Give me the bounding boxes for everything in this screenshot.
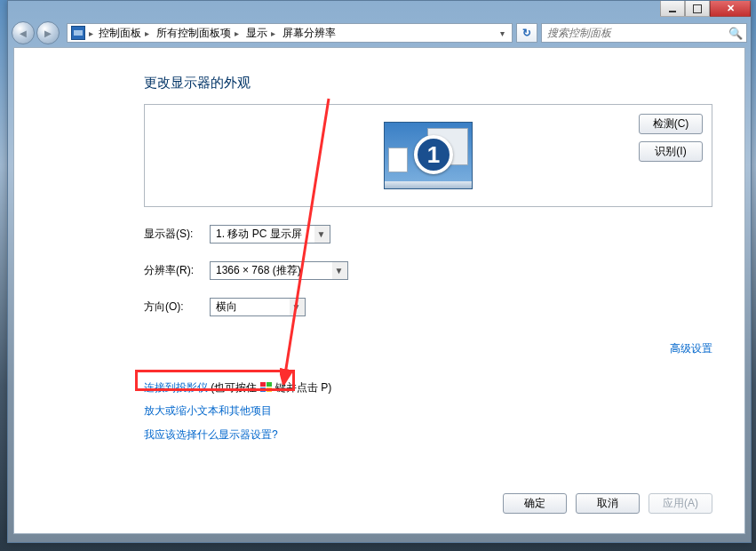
chevron-down-icon: ▼ — [290, 302, 303, 312]
display-label: 显示器(S): — [144, 227, 210, 242]
orientation-select[interactable]: 横向 ▼ — [210, 298, 306, 316]
projector-hint: (也可按住 — [211, 381, 259, 394]
breadcrumb-item[interactable]: 控制面板▸ — [97, 26, 153, 41]
back-button[interactable]: ◄ — [12, 21, 35, 44]
address-bar[interactable]: ▸ 控制面板▸ 所有控制面板项▸ 显示▸ 屏幕分辨率 ▾ — [67, 23, 513, 43]
search-box[interactable]: 🔍 — [541, 23, 747, 43]
projector-hint-tail: 键并点击 P) — [275, 381, 331, 394]
text-size-link[interactable]: 放大或缩小文本和其他项目 — [144, 404, 272, 417]
ok-button[interactable]: 确定 — [503, 493, 567, 514]
display-select-value: 1. 移动 PC 显示屏 — [216, 227, 302, 242]
projector-link[interactable]: 连接到投影仪 — [144, 381, 208, 394]
search-input[interactable] — [545, 26, 728, 40]
breadcrumb-item[interactable]: 屏幕分辨率 — [281, 26, 338, 41]
monitor-preview[interactable]: 1 — [384, 122, 473, 189]
which-settings-link[interactable]: 我应该选择什么显示器设置? — [144, 428, 278, 441]
chevron-down-icon: ▼ — [332, 266, 346, 276]
display-select[interactable]: 1. 移动 PC 显示屏 ▼ — [210, 225, 330, 244]
window-frame: ◄ ► ▸ 控制面板▸ 所有控制面板项▸ 显示▸ 屏幕分辨率 ▾ ↻ 🔍 更改显… — [7, 0, 752, 543]
detect-button[interactable]: 检测(C) — [639, 114, 703, 134]
orientation-select-value: 横向 — [216, 299, 237, 315]
cancel-button[interactable]: 取消 — [576, 493, 640, 514]
orientation-label: 方向(O): — [144, 299, 210, 315]
control-panel-icon — [71, 26, 85, 40]
apply-button: 应用(A) — [649, 493, 712, 514]
breadcrumb-item[interactable]: 所有控制面板项▸ — [155, 26, 243, 41]
page-title: 更改显示器的外观 — [144, 75, 712, 92]
address-dropdown[interactable]: ▾ — [497, 28, 508, 38]
minimize-button[interactable] — [660, 1, 685, 17]
titlebar[interactable] — [8, 1, 751, 19]
resolution-select[interactable]: 1366 × 768 (推荐) ▼ — [210, 261, 348, 280]
help-links: 连接到投影仪 (也可按住 键并点击 P) 放大或缩小文本和其他项目 我应该选择什… — [144, 376, 712, 446]
refresh-button[interactable]: ↻ — [516, 23, 537, 43]
chevron-down-icon: ▼ — [314, 229, 328, 239]
identify-button[interactable]: 识别(I) — [639, 141, 703, 162]
monitor-number-badge: 1 — [414, 135, 453, 174]
resolution-select-value: 1366 × 768 (推荐) — [216, 263, 301, 278]
maximize-button[interactable] — [685, 1, 710, 17]
advanced-settings-link[interactable]: 高级设置 — [144, 341, 712, 356]
close-button[interactable] — [710, 1, 751, 17]
breadcrumb-root-arrow[interactable]: ▸ — [87, 28, 95, 38]
client-area: 更改显示器的外观 1 检测(C) 识别(I) 显示器(S): 1. 移动 PC … — [13, 47, 745, 534]
navbar: ◄ ► ▸ 控制面板▸ 所有控制面板项▸ 显示▸ 屏幕分辨率 ▾ ↻ 🔍 — [8, 19, 751, 47]
forward-button[interactable]: ► — [36, 21, 60, 44]
search-icon[interactable]: 🔍 — [728, 27, 743, 40]
breadcrumb-item[interactable]: 显示▸ — [244, 26, 279, 41]
resolution-label: 分辨率(R): — [144, 263, 210, 278]
windows-key-icon — [260, 382, 273, 393]
monitor-arrangement-panel[interactable]: 1 检测(C) 识别(I) — [144, 104, 712, 207]
